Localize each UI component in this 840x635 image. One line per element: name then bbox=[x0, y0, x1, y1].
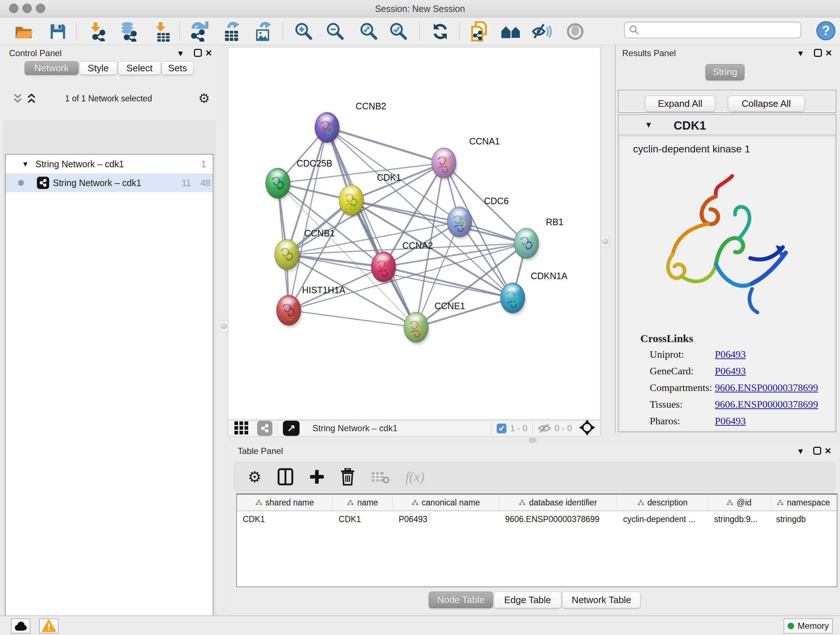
network-node-HIST1H1A[interactable] bbox=[276, 295, 302, 328]
export-image-button[interactable] bbox=[253, 21, 273, 42]
crosslinks-title: CrossLinks bbox=[640, 333, 693, 345]
network-row-selected[interactable]: String Network – cdk1 11 48 bbox=[6, 173, 213, 192]
help-button[interactable]: ? bbox=[816, 21, 836, 42]
birds-eye-view-button[interactable]: ↗ bbox=[283, 421, 300, 436]
network-node-RB1[interactable] bbox=[514, 228, 540, 261]
tab-network[interactable]: Network bbox=[25, 61, 79, 75]
cloud-services-button[interactable] bbox=[11, 618, 30, 633]
column-header-canonical-name[interactable]: canonical name bbox=[393, 494, 499, 510]
undock-panel-icon[interactable] bbox=[814, 49, 822, 57]
delete-column-trash-icon[interactable] bbox=[340, 468, 355, 486]
first-neighbors-button[interactable] bbox=[501, 21, 521, 42]
export-table-button[interactable] bbox=[221, 21, 242, 42]
left-splitter-handle[interactable] bbox=[220, 321, 228, 332]
column-header-name[interactable]: name bbox=[333, 494, 393, 510]
zoom-out-button[interactable] bbox=[325, 21, 346, 42]
float-panel-icon[interactable]: ▼ bbox=[797, 447, 805, 456]
collapse-triangle-icon[interactable]: ▼ bbox=[645, 120, 653, 130]
string-style-button[interactable] bbox=[257, 421, 272, 436]
navigate-button[interactable] bbox=[579, 420, 595, 437]
refresh-view-button[interactable] bbox=[430, 21, 450, 42]
string-network-graph[interactable]: CCNB2CCNA1CDC25BCDK1CDC6RB1CCNB1CCNA2CDK… bbox=[228, 48, 600, 420]
network-node-CCNB1[interactable] bbox=[275, 239, 300, 272]
network-node-CCNB2[interactable] bbox=[315, 112, 340, 145]
close-panel-icon[interactable]: × bbox=[205, 49, 212, 57]
control-panel: Control Panel ▼ × Network Style Select S… bbox=[0, 45, 220, 613]
add-column-plus-icon[interactable] bbox=[309, 469, 325, 485]
table-toolbar: ⚙ f(x) bbox=[233, 462, 836, 492]
tab-sets[interactable]: Sets bbox=[162, 61, 194, 75]
cell-shared-name[interactable]: CDK1 bbox=[237, 511, 333, 527]
network-node-CCNE1[interactable] bbox=[404, 312, 429, 345]
network-edge[interactable] bbox=[327, 127, 444, 163]
column-header-namespace[interactable]: namespace bbox=[770, 494, 837, 510]
cell-name[interactable]: CDK1 bbox=[333, 511, 393, 527]
undock-panel-icon[interactable] bbox=[194, 49, 202, 57]
column-header-id[interactable]: @id bbox=[708, 494, 771, 510]
download-arrow-icon bbox=[156, 22, 165, 32]
cell-namespace[interactable]: stringdb bbox=[770, 511, 837, 527]
tab-network-table[interactable]: Network Table bbox=[562, 592, 641, 608]
export-network-button[interactable] bbox=[188, 21, 208, 42]
zoom-fit-button[interactable] bbox=[359, 21, 379, 42]
cell-id[interactable]: stringdb:9... bbox=[708, 511, 771, 527]
float-panel-icon[interactable]: ▼ bbox=[177, 49, 185, 58]
crosslink-tissues-link[interactable]: 9606.ENSP00000378699 bbox=[715, 399, 818, 410]
right-splitter-handle[interactable] bbox=[601, 236, 609, 247]
show-grid-button[interactable] bbox=[234, 420, 248, 436]
open-session-button[interactable] bbox=[14, 21, 34, 42]
column-header-description[interactable]: description bbox=[617, 494, 708, 510]
table-settings-gear-icon[interactable]: ⚙ bbox=[248, 468, 262, 486]
expand-all-networks-button[interactable] bbox=[26, 93, 37, 105]
network-options-gear-icon[interactable]: ⚙ bbox=[198, 91, 210, 106]
show-columns-icon[interactable] bbox=[278, 468, 294, 486]
import-network-database-button[interactable] bbox=[118, 21, 138, 42]
bottom-splitter-handle[interactable] bbox=[529, 438, 536, 443]
import-table-file-button[interactable] bbox=[152, 21, 172, 42]
network-edge[interactable] bbox=[289, 127, 327, 310]
network-node-CCNA2[interactable] bbox=[371, 252, 397, 284]
network-node-CDKN1A[interactable] bbox=[500, 283, 526, 315]
warnings-button[interactable] bbox=[39, 618, 58, 633]
collapse-all-networks-button[interactable] bbox=[12, 93, 23, 105]
network-node-CDK1[interactable] bbox=[339, 185, 365, 218]
search-input[interactable] bbox=[643, 25, 801, 35]
network-canvas[interactable]: CCNB2CCNA1CDC25BCDK1CDC6RB1CCNB1CCNA2CDK… bbox=[228, 47, 600, 420]
collapse-all-button[interactable]: Collapse All bbox=[728, 96, 805, 111]
crosslink-compartments-link[interactable]: 9606.ENSP00000378699 bbox=[715, 382, 818, 394]
tab-node-table[interactable]: Node Table bbox=[429, 592, 493, 608]
crosslink-uniprot-link[interactable]: P06493 bbox=[715, 348, 746, 360]
expand-all-button[interactable]: Expand All bbox=[645, 96, 715, 111]
tab-string[interactable]: String bbox=[706, 64, 745, 80]
network-edge[interactable] bbox=[289, 310, 416, 327]
close-panel-icon[interactable]: × bbox=[826, 49, 832, 57]
tab-style[interactable]: Style bbox=[79, 61, 117, 75]
table-row[interactable]: CDK1 CDK1 P06493 9606.ENSP00000378699 cy… bbox=[237, 511, 837, 527]
network-node-CCNA1[interactable] bbox=[431, 148, 457, 180]
cell-canonical-name[interactable]: P06493 bbox=[393, 511, 499, 527]
cell-description[interactable]: cyclin-dependent ... bbox=[617, 511, 708, 527]
tab-select[interactable]: Select bbox=[118, 61, 161, 75]
close-panel-icon[interactable]: × bbox=[825, 447, 831, 455]
duplicate-network-button[interactable] bbox=[470, 21, 490, 42]
collapse-triangle-icon[interactable]: ▼ bbox=[22, 160, 29, 168]
tab-edge-table[interactable]: Edge Table bbox=[494, 592, 561, 608]
column-header-shared-name[interactable]: shared name bbox=[237, 494, 333, 510]
float-panel-icon[interactable]: ▼ bbox=[797, 49, 805, 58]
network-collection-row[interactable]: ▼ String Network – cdk1 1 bbox=[6, 155, 213, 173]
zoom-selected-button[interactable] bbox=[388, 21, 409, 42]
cell-database-identifier[interactable]: 9606.ENSP00000378699 bbox=[499, 511, 617, 527]
zoom-in-button[interactable] bbox=[294, 21, 314, 42]
memory-button[interactable]: Memory bbox=[783, 618, 833, 633]
column-header-database-identifier[interactable]: database identifier bbox=[499, 494, 617, 510]
save-session-button[interactable] bbox=[48, 21, 68, 42]
undock-panel-icon[interactable] bbox=[813, 447, 821, 455]
selected-nodes-checkbox[interactable] bbox=[497, 424, 507, 433]
network-edge[interactable] bbox=[287, 255, 384, 267]
hide-graphics-details-button[interactable] bbox=[532, 21, 553, 42]
crosslink-genecard-link[interactable]: P06493 bbox=[715, 365, 746, 377]
crosslink-pharos-link[interactable]: P06493 bbox=[715, 415, 746, 427]
network-edge[interactable] bbox=[327, 127, 416, 327]
gene-section-header[interactable]: ▼ CDK1 bbox=[619, 115, 836, 135]
import-network-file-button[interactable] bbox=[87, 21, 107, 42]
